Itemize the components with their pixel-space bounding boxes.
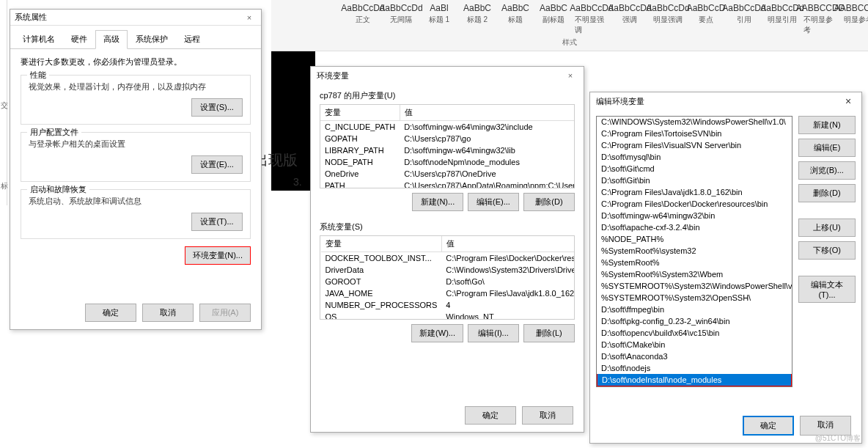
list-item[interactable]: D:\soft\opencv\build\x64\vc15\bin [597, 327, 792, 339]
table-row[interactable]: DOCKER_TOOLBOX_INST...C:\Program Files\D… [321, 252, 575, 265]
close-icon[interactable]: × [242, 13, 257, 22]
table-row[interactable]: NODE_PATHD:\soft\nodeNpm\node_modules [320, 156, 575, 168]
list-item[interactable]: D:\soft\Git\cmd [597, 163, 792, 175]
table-row[interactable]: GOROOTD:\soft\Go\ [321, 276, 575, 287]
list-item[interactable]: C:\Program Files\Docker\Docker\resources… [597, 198, 792, 210]
list-item[interactable]: D:\soft\nodejs [597, 362, 792, 374]
user-vars-table[interactable]: 变量 值 C_INCLUDE_PATHD:\soft\mingw-w64\min… [320, 104, 575, 188]
sys-delete-button[interactable]: 删除(L) [523, 324, 575, 342]
apply-button[interactable]: 应用(A) [199, 304, 251, 322]
col-value: 值 [400, 105, 575, 121]
tab-1[interactable]: 硬件 [63, 30, 95, 48]
path-list[interactable]: C:\WINDOWS\System32\WbemC:\WINDOWS\Syste… [596, 116, 792, 387]
list-item[interactable]: %SYSTEMROOT%\System32\WindowsPowerShell\… [597, 280, 792, 292]
table-row[interactable]: NUMBER_OF_PROCESSORS4 [321, 299, 575, 311]
table-row[interactable]: PATHC:\Users\cp787\AppData\Roaming\npm;C… [320, 180, 575, 188]
list-item[interactable]: D:\soft\pkg-config_0.23-2_win64\bin [597, 315, 792, 327]
var-value: C:\Users\cp787\OneDrive [400, 168, 575, 180]
style-preview: AaBl [430, 3, 448, 13]
startup-settings-button[interactable]: 设置(T)... [191, 213, 243, 231]
tab-2[interactable]: 高级 [95, 30, 128, 49]
var-name: OneDrive [320, 168, 400, 180]
sys-edit-button[interactable]: 编辑(I)... [468, 324, 519, 342]
var-value: C:\Program Files\Docker\Docker\resources… [441, 252, 575, 265]
style-box[interactable]: AaBbC副标题 [535, 1, 572, 37]
edit-button[interactable]: 编辑(E) [798, 139, 856, 157]
cancel-button[interactable]: 取消 [142, 304, 194, 322]
style-box[interactable]: AaBbCcDd明显引用 [764, 1, 801, 37]
style-box[interactable]: AABBCCDD不明显参考 [802, 1, 839, 37]
table-row[interactable]: C_INCLUDE_PATHD:\soft\mingw-w64\mingw32\… [320, 121, 575, 133]
var-value: Windows_NT [441, 311, 575, 320]
style-box[interactable]: AaBbCcDd正文 [345, 1, 381, 37]
col-variable: 变量 [321, 236, 442, 252]
sysprop-titlebar: 系统属性 × [10, 10, 261, 26]
style-box[interactable]: AaBbCcDd强调 [611, 1, 648, 37]
list-item[interactable]: C:\Program Files\TortoiseSVN\bin [597, 128, 792, 139]
move-up-button[interactable]: 上移(U) [798, 219, 856, 237]
edit-text-button[interactable]: 编辑文本(T)... [798, 276, 856, 303]
style-box[interactable]: AaBbCcDd无间隔 [383, 1, 419, 37]
watermark: @51CTO博客 [815, 433, 861, 444]
style-box[interactable]: AaBl标题 1 [421, 1, 457, 37]
table-row[interactable]: OSWindows_NT [321, 311, 575, 320]
sys-vars-label: 系统变量(S) [311, 216, 584, 235]
tab-4[interactable]: 远程 [176, 30, 208, 48]
style-name: 明显参考 [844, 15, 868, 25]
table-row[interactable]: GOPATHC:\Users\cp787\go [320, 133, 575, 144]
cancel-button[interactable]: 取消 [800, 416, 851, 436]
list-item[interactable]: D:\soft\ffmpeg\bin [597, 304, 792, 315]
style-box[interactable]: AaBbC标题 2 [459, 1, 496, 37]
performance-settings-button[interactable]: 设置(S)... [191, 98, 243, 117]
list-item[interactable]: %NODE_PATH% [597, 233, 792, 245]
list-item[interactable]: D:\soft\Git\bin [597, 175, 792, 186]
table-row[interactable]: JAVA_HOMEC:\Program Files\Java\jdk1.8.0_… [321, 287, 575, 299]
move-down-button[interactable]: 下移(O) [798, 241, 856, 260]
var-value: C:\Users\cp787\AppData\Roaming\npm;C:\Us… [400, 180, 575, 188]
tab-0[interactable]: 计算机名 [15, 30, 63, 48]
var-value: C:\Users\cp787\go [400, 133, 575, 144]
style-box[interactable]: AaBbCcD要点 [688, 1, 724, 37]
style-box[interactable]: AaBbCcDd引用 [726, 1, 762, 37]
ok-button[interactable]: 确定 [743, 416, 794, 436]
environment-variables-button[interactable]: 环境变量(N)... [185, 246, 251, 265]
profile-settings-button[interactable]: 设置(E)... [191, 155, 243, 174]
table-row[interactable]: DriverDataC:\Windows\System32\Drivers\Dr… [321, 264, 575, 276]
sys-new-button[interactable]: 新建(W)... [411, 324, 463, 342]
tab-3[interactable]: 系统保护 [128, 30, 176, 48]
style-name: 明显引用 [768, 15, 797, 25]
list-item[interactable]: %SystemRoot%\System32\Wbem [597, 268, 792, 280]
var-name: LIBRARY_PATH [320, 144, 400, 156]
cancel-button[interactable]: 取消 [522, 406, 573, 425]
list-item[interactable]: C:\Program Files\VisualSVN Server\bin [597, 139, 792, 151]
list-item[interactable]: %SystemRoot% [597, 257, 792, 268]
list-item[interactable]: D:\soft\Anaconda3 [597, 350, 792, 362]
list-item[interactable]: D:\soft\apache-cxf-3.2.4\bin [597, 221, 792, 233]
new-button[interactable]: 新建(N) [798, 116, 856, 134]
style-box[interactable]: AABBCCDD明显参考 [840, 1, 868, 37]
list-item[interactable]: C:\WINDOWS\System32\WindowsPowerShell\v1… [597, 116, 792, 128]
style-box[interactable]: AaBbC标题 [497, 1, 534, 37]
delete-button[interactable]: 删除(D) [798, 184, 856, 202]
browse-button[interactable]: 浏览(B)... [798, 161, 856, 180]
list-item[interactable]: D:\soft\mingw-w64\mingw32\bin [597, 210, 792, 221]
list-item[interactable]: D:\soft\mysql\bin [597, 151, 792, 163]
style-box[interactable]: AaBbCcDd明显强调 [650, 1, 686, 37]
table-row[interactable]: LIBRARY_PATHD:\soft\mingw-w64\mingw32\li… [320, 144, 575, 156]
sys-vars-table[interactable]: 变量 值 DOCKER_TOOLBOX_INST...C:\Program Fi… [320, 235, 575, 320]
ok-button[interactable]: 确定 [465, 406, 516, 425]
list-item[interactable]: D:\soft\CMake\bin [597, 339, 792, 350]
list-item[interactable]: %SYSTEMROOT%\System32\OpenSSH\ [597, 292, 792, 304]
close-icon[interactable]: × [563, 71, 578, 80]
list-item[interactable]: D:\soft\nodeInstall\node_modules [597, 374, 792, 386]
close-icon[interactable]: × [841, 95, 856, 107]
list-item[interactable]: %SystemRoot%\system32 [597, 245, 792, 257]
table-row[interactable]: OneDriveC:\Users\cp787\OneDrive [320, 168, 575, 180]
ok-button[interactable]: 确定 [85, 304, 136, 322]
list-item[interactable]: C:\Program Files\Java\jdk1.8.0_162\bin [597, 186, 792, 198]
var-value: C:\Windows\System32\Drivers\DriverData [441, 264, 575, 276]
style-box[interactable]: AaBbCcDd不明显强调 [573, 1, 610, 37]
user-edit-button[interactable]: 编辑(E)... [468, 193, 519, 211]
user-delete-button[interactable]: 删除(D) [523, 193, 575, 211]
user-new-button[interactable]: 新建(N)... [412, 193, 463, 211]
